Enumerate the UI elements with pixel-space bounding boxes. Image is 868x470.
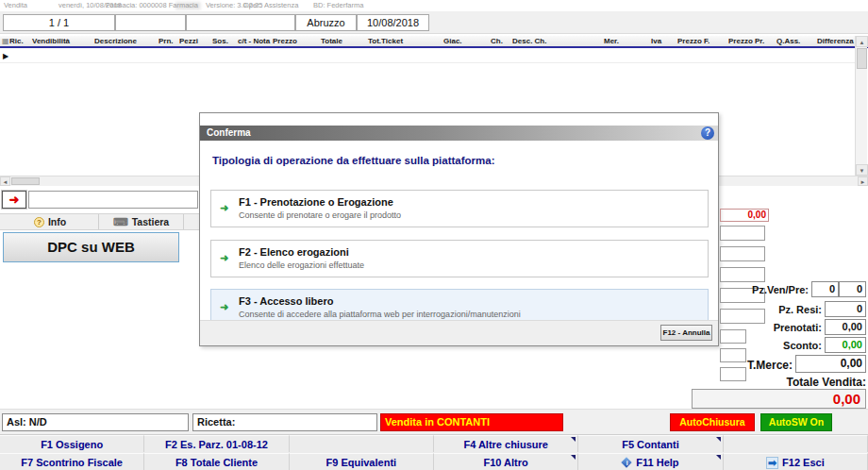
f1-ossigeno-button[interactable]: F1 Ossigeno [0,435,144,452]
submenu-corner-icon [716,455,721,460]
col-iva[interactable]: Iva [651,37,661,45]
col-sos[interactable]: Sos. [212,37,228,45]
f7-scontrino-button[interactable]: F7 Scontrino Fiscale [0,453,144,470]
t-merce-value: 0,00 [795,355,866,373]
scroll-right-icon[interactable]: ► [858,176,868,186]
f2-es-parz-button[interactable]: F2 Es. Parz. 01-08-12 [144,435,289,452]
pz-ven-value: 0 [811,281,839,297]
table-row[interactable] [0,62,855,63]
scroll-up-icon[interactable]: ▲ [856,36,868,47]
titlebar-operator: Oper.: Assistenza [243,1,298,9]
col-q-ass[interactable]: Q.Ass. [776,37,800,45]
f12-esci-button[interactable]: ➡ F12 Esci [724,453,868,470]
nav-empty-cell-2[interactable] [186,14,295,31]
dialog-prompt: Tipologia di operazione da effettuare su… [212,155,494,166]
pz-resi-label: Pz. Resi: [698,304,822,315]
nav-empty-cell-1[interactable] [115,14,186,31]
scroll-left-icon[interactable]: ◄ [0,176,10,186]
scroll-down-icon[interactable]: ▼ [856,164,868,176]
col-ct-nota[interactable]: c/t - Nota [238,37,270,45]
autosw-toggle[interactable]: AutoSW On [760,413,832,431]
green-arrow-icon: ➜ [220,252,228,264]
col-tot-ticket[interactable]: Tot.Ticket [368,37,403,45]
scan-go-button[interactable]: ➜ [2,191,26,209]
f4-altre-chiusure-button[interactable]: F4 Altre chiusure [434,435,578,452]
dialog-title: Conferma [200,126,718,141]
help-diamond-icon: i [622,458,632,468]
green-arrow-icon: ➜ [220,301,228,313]
col-differenza[interactable]: Differenza [817,37,854,45]
col-descrizione[interactable]: Descrizione [94,37,137,45]
amount-display: 0,00 [720,209,769,222]
option-f1-title: F1 - Prenotazione o Erogazione [239,196,393,208]
dpc-su-web-button[interactable]: DPC su WEB [3,232,179,262]
f3-empty-cell [290,435,434,452]
col-desc-ch[interactable]: Desc. Ch. [512,37,546,45]
prenotati-value: 0,00 [825,319,866,335]
sconto-value: 0,00 [825,337,866,353]
vertical-scroll-thumb[interactable] [857,48,867,69]
vertical-scrollbar[interactable]: ▲ ▼ [855,36,867,176]
option-f2-elenco[interactable]: ➜ F2 - Elenco erogazioni Elenco delle er… [210,240,709,277]
info-toolbar: ? Info ⌨ Tastiera [0,213,200,230]
f2-label: F2 Es. Parz. 01-08-12 [165,439,268,450]
green-arrow-icon: ➜ [220,202,228,214]
col-prezzo[interactable]: Prezzo [273,37,297,45]
option-f3-title: F3 - Accesso libero [239,295,333,307]
titlebar-database: BD: Federfarma [313,1,363,9]
f5-label: F5 Contanti [622,439,679,450]
titlebar-pharmacy-name-redacted: ▒▒▒▒▒ [175,1,201,9]
product-code-input[interactable] [28,191,198,209]
col-giac[interactable]: Giac. [443,37,462,45]
region-selector[interactable]: Abruzzo [295,14,357,31]
col-prezzo-f[interactable]: Prezzo F. [677,37,709,45]
conferma-dialog: Conferma ? Tipologia di operazione da ef… [199,112,719,346]
col-pezzi[interactable]: Pezzi [179,37,198,45]
status-bar: Asl: N/D Ricetta: Vendita in CONTANTI Au… [0,409,868,434]
f8-totale-cliente-button[interactable]: F8 Totale Cliente [144,453,289,470]
submenu-corner-icon [571,437,576,442]
tastiera-button[interactable]: ⌨ Tastiera [99,214,184,229]
prenotati-label: Prenotati: [698,322,822,333]
option-f3-desc: Consente di accedere alla piattaforma we… [239,310,521,319]
sale-table-header: ▦ Ric. Vendibilità Descrizione Prn. Pezz… [0,36,868,48]
horizontal-scroll-thumb[interactable] [11,177,40,185]
f5-contanti-button[interactable]: F5 Contanti [578,435,723,452]
col-ch[interactable]: Ch. [491,37,503,45]
col-prn[interactable]: Prn. [159,37,174,45]
info-button[interactable]: ? Info [2,214,99,229]
f10-label: F10 Altro [484,457,528,468]
nav-row: 1 / 1 Abruzzo 10/08/2018 [0,11,868,34]
ricetta-field[interactable]: Ricetta: [192,413,377,431]
option-f1-prenotazione[interactable]: ➜ F1 - Prenotazione o Erogazione Consent… [210,190,709,227]
f6-empty-cell [724,435,868,452]
f12-label: F12 Esci [782,457,825,468]
col-ric[interactable]: Ric. [9,37,24,45]
pz-pre-value: 0 [839,281,866,297]
asl-field[interactable]: Asl: N/D [2,413,189,431]
totale-vendita-label: Totale Vendita: [698,376,866,389]
help-icon[interactable]: ? [701,126,714,140]
keyboard-icon: ⌨ [113,216,128,228]
f11-help-button[interactable]: i F11 Help [578,453,723,470]
col-mer[interactable]: Mer. [604,37,619,45]
payment-mode-badge: Vendita in CONTANTI [380,413,563,431]
option-f1-desc: Consente di prenotare o erogare il prodo… [239,210,401,220]
col-prezzo-pr[interactable]: Prezzo Pr. [728,37,764,45]
t-merce-label: T.Merce: [679,359,793,372]
right-field-2[interactable] [720,246,765,261]
f10-altro-button[interactable]: F10 Altro [434,453,578,470]
f9-equivalenti-button[interactable]: F9 Equivalenti [290,453,434,470]
right-field-1[interactable] [720,226,765,241]
date-field[interactable]: 10/08/2018 [357,14,429,31]
autochiusura-toggle[interactable]: AutoChiusura OFF [670,413,755,431]
col-totale[interactable]: Totale [321,37,342,45]
window-titlebar: Vendita venerdì, 10/08/2018 Farmacia: 00… [0,0,868,11]
dialog-footer: F12 - Annulla [200,320,718,345]
app-title: Vendita [4,1,27,9]
col-vendibilita[interactable]: Vendibilità [32,37,70,45]
vendita-window: Vendita venerdì, 10/08/2018 Farmacia: 00… [0,0,868,470]
grid-icon: ▦ [2,37,9,45]
right-field-3[interactable] [720,267,765,282]
f4-label: F4 Altre chiusure [463,439,547,450]
